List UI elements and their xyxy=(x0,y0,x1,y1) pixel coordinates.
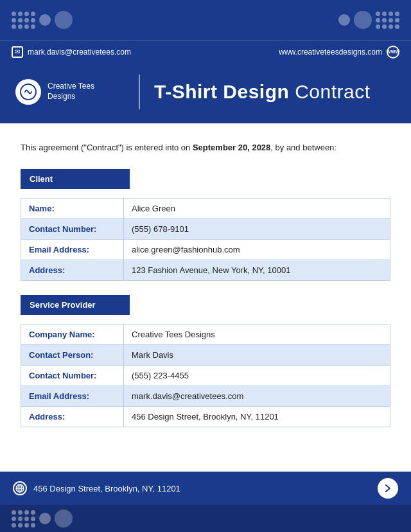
row-label: Address: xyxy=(21,260,124,280)
website-url: www.creativeteesdesigns.com xyxy=(279,48,382,57)
table-row: Address:456 Design Street, Brooklyn, NY,… xyxy=(21,406,390,427)
row-value: 123 Fashion Avenue, New York, NY, 10001 xyxy=(124,260,390,280)
row-label: Contact Person: xyxy=(21,344,124,365)
info-bar: mark.davis@creativetees.com www.creative… xyxy=(0,40,411,63)
bottom-decorative-bar xyxy=(0,505,411,532)
table-row: Company Name:Creative Tees Designs xyxy=(21,324,390,344)
globe-icon xyxy=(13,481,27,495)
intro-paragraph: This agreement ("Contract") is entered i… xyxy=(21,141,390,155)
title-section: Creative Tees Designs T-Shirt Design Con… xyxy=(0,63,411,123)
row-value: 456 Design Street, Brooklyn, NY, 11201 xyxy=(124,406,390,427)
top-decorative-bar xyxy=(0,0,411,40)
footer: 456 Design Street, Brooklyn, NY, 11201 xyxy=(0,472,411,505)
logo-text: Creative Tees Designs xyxy=(48,82,94,102)
row-label: Address: xyxy=(21,406,124,427)
row-value: Alice Green xyxy=(124,198,390,218)
contract-date: September 20, 2028 xyxy=(193,143,270,152)
email-info: mark.davis@creativetees.com xyxy=(12,46,131,58)
row-label: Company Name: xyxy=(21,324,124,344)
main-content: This agreement ("Contract") is entered i… xyxy=(0,123,411,472)
next-button[interactable] xyxy=(378,478,398,499)
row-value: (555) 678-9101 xyxy=(124,218,390,239)
table-row: Email Address:mark.davis@creativetees.co… xyxy=(21,386,390,406)
row-label: Contact Number: xyxy=(21,218,124,239)
table-row: Contact Number:(555) 223-4455 xyxy=(21,365,390,386)
row-value: Creative Tees Designs xyxy=(124,324,390,344)
row-label: Name: xyxy=(21,198,124,218)
table-row: Name:Alice Green xyxy=(21,198,390,218)
client-section-header: Client xyxy=(21,169,130,189)
client-table: Name:Alice GreenContact Number:(555) 678… xyxy=(21,198,390,281)
contract-title: T-Shirt Design Contract xyxy=(154,81,371,103)
row-value: alice.green@fashionhub.com xyxy=(124,239,390,260)
table-row: Email Address:alice.green@fashionhub.com xyxy=(21,239,390,260)
table-row: Contact Person:Mark Davis xyxy=(21,344,390,365)
row-label: Email Address: xyxy=(21,386,124,406)
row-value: Mark Davis xyxy=(124,344,390,365)
title-divider xyxy=(139,75,140,109)
email-address: mark.davis@creativetees.com xyxy=(28,48,131,57)
top-right-decoration xyxy=(338,11,399,29)
service-provider-section-header: Service Provider xyxy=(21,295,130,315)
row-value: mark.davis@creativetees.com xyxy=(124,386,390,406)
envelope-icon xyxy=(12,46,23,58)
website-info: www.creativeteesdesigns.com WWW xyxy=(279,46,399,58)
top-left-decoration xyxy=(12,11,73,29)
row-label: Contact Number: xyxy=(21,365,124,386)
service-provider-table: Company Name:Creative Tees DesignsContac… xyxy=(21,324,390,427)
row-value: (555) 223-4455 xyxy=(124,365,390,386)
table-row: Contact Number:(555) 678-9101 xyxy=(21,218,390,239)
footer-address: 456 Design Street, Brooklyn, NY, 11201 xyxy=(33,484,180,493)
www-icon: WWW xyxy=(387,46,399,58)
table-row: Address:123 Fashion Avenue, New York, NY… xyxy=(21,260,390,280)
logo-area: Creative Tees Designs xyxy=(15,79,125,105)
footer-address-area: 456 Design Street, Brooklyn, NY, 11201 xyxy=(13,481,180,495)
company-logo xyxy=(15,79,41,105)
row-label: Email Address: xyxy=(21,239,124,260)
